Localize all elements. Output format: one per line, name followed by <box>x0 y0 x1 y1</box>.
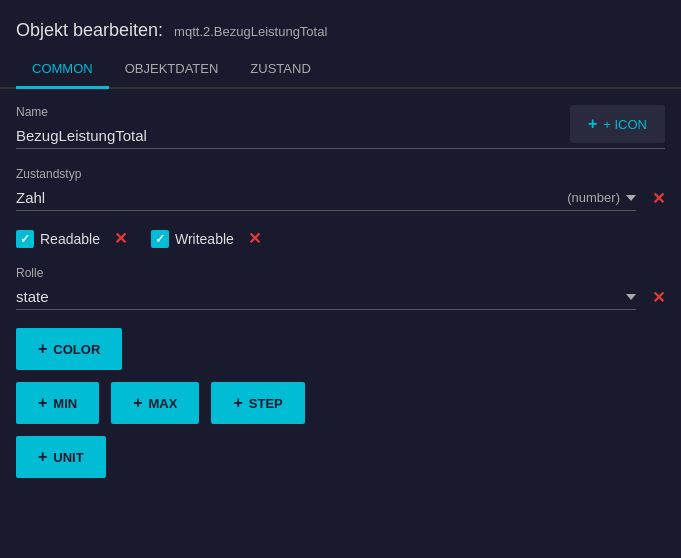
rolle-field-group: Rolle state ✕ <box>16 266 665 310</box>
page-header: Objekt bearbeiten: mqtt.2.BezugLeistungT… <box>0 0 681 51</box>
chevron-down-icon <box>626 195 636 201</box>
color-button-label: COLOR <box>53 342 100 357</box>
unit-button[interactable]: + UNIT <box>16 436 106 478</box>
writeable-clear-icon[interactable]: ✕ <box>248 229 261 248</box>
rolle-row: state ✕ <box>16 284 665 310</box>
unit-plus-icon: + <box>38 448 47 466</box>
min-button[interactable]: + MIN <box>16 382 99 424</box>
tab-bar: COMMON OBJEKTDATEN ZUSTAND <box>0 51 681 89</box>
checkmark-icon-2: ✓ <box>155 232 165 246</box>
zustandstyp-select[interactable]: Zahl (number) <box>16 185 636 211</box>
min-plus-icon: + <box>38 394 47 412</box>
checkbox-row: ✓ Readable ✕ ✓ Writeable ✕ <box>16 229 665 248</box>
header-subtitle: mqtt.2.BezugLeistungTotal <box>174 24 327 39</box>
min-button-label: MIN <box>53 396 77 411</box>
writeable-label: Writeable <box>175 231 234 247</box>
zustandstyp-row: Zahl (number) ✕ <box>16 185 665 211</box>
step-button[interactable]: + STEP <box>211 382 304 424</box>
color-button-row: + COLOR <box>16 328 665 370</box>
writeable-checkbox[interactable]: ✓ <box>151 230 169 248</box>
name-input[interactable] <box>16 123 665 149</box>
tab-zustand[interactable]: ZUSTAND <box>234 51 326 89</box>
rolle-label: Rolle <box>16 266 665 280</box>
rolle-value: state <box>16 288 620 305</box>
writeable-item: ✓ Writeable ✕ <box>151 229 261 248</box>
step-button-label: STEP <box>249 396 283 411</box>
rolle-chevron-icon <box>626 294 636 300</box>
rolle-clear-icon[interactable]: ✕ <box>652 288 665 307</box>
tab-objektdaten[interactable]: OBJEKTDATEN <box>109 51 235 89</box>
readable-item: ✓ Readable ✕ <box>16 229 127 248</box>
unit-button-row: + UNIT <box>16 436 665 478</box>
max-plus-icon: + <box>133 394 142 412</box>
step-plus-icon: + <box>233 394 242 412</box>
zustandstyp-label: Zustandstyp <box>16 167 665 181</box>
name-label: Name <box>16 105 665 119</box>
readable-label: Readable <box>40 231 100 247</box>
name-field-group: Name <box>16 105 665 149</box>
content-area: + + ICON Name Zustandstyp Zahl (number) … <box>0 89 681 506</box>
color-plus-icon: + <box>38 340 47 358</box>
readable-clear-icon[interactable]: ✕ <box>114 229 127 248</box>
readable-checkbox[interactable]: ✓ <box>16 230 34 248</box>
header-prefix: Objekt bearbeiten: <box>16 20 163 40</box>
zustandstyp-value: Zahl <box>16 189 561 206</box>
max-button[interactable]: + MAX <box>111 382 199 424</box>
checkmark-icon: ✓ <box>20 232 30 246</box>
zustandstyp-type: (number) <box>567 190 620 205</box>
color-button[interactable]: + COLOR <box>16 328 122 370</box>
max-button-label: MAX <box>149 396 178 411</box>
rolle-select[interactable]: state <box>16 284 636 310</box>
min-max-step-row: + MIN + MAX + STEP <box>16 382 665 424</box>
zustandstyp-field-group: Zustandstyp Zahl (number) ✕ <box>16 167 665 211</box>
tab-common[interactable]: COMMON <box>16 51 109 89</box>
unit-button-label: UNIT <box>53 450 83 465</box>
zustandstyp-clear-icon[interactable]: ✕ <box>652 189 665 208</box>
